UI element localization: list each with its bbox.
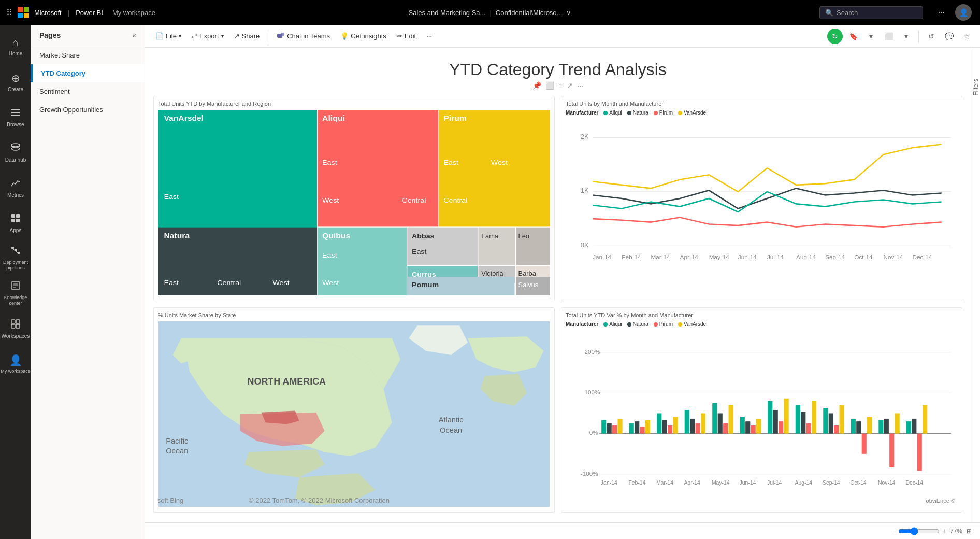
linechart-chart: Total Units by Month and Manufacturer Ma… — [561, 96, 962, 301]
avatar[interactable]: 👤 — [955, 4, 972, 21]
sidebar-item-deployment[interactable]: Deployment pipelines — [0, 240, 31, 276]
star-btn[interactable]: ☆ — [959, 29, 974, 44]
svg-rect-1 — [11, 112, 20, 113]
apps-label: Apps — [10, 228, 22, 233]
sidebar-item-browse[interactable]: Browse — [0, 100, 31, 135]
svg-rect-4 — [11, 214, 15, 218]
sidebar-item-metrics[interactable]: Metrics — [0, 170, 31, 205]
linechart-visual[interactable]: 2K 1K 0K Jan-14 Feb-14 Mar-14 — [566, 118, 958, 293]
barchart-vanarsdel-label: VanArsdel — [684, 321, 707, 327]
fullscreen-btn[interactable]: ⬜ — [881, 29, 896, 44]
svg-text:Abbas: Abbas — [412, 232, 435, 239]
more-toolbar-icon: ··· — [426, 32, 432, 40]
insights-button[interactable]: 💡 Get insights — [336, 30, 391, 42]
barchart-legend-aliqui: Aliqui — [603, 321, 622, 327]
sidebar-item-home[interactable]: ⌂ Home — [0, 29, 31, 64]
zoom-slider[interactable] — [898, 527, 940, 535]
map-visual[interactable]: NORTH AMERICA Pacific Ocean Atlantic Oce… — [158, 321, 550, 507]
pages-title: Pages — [39, 31, 61, 39]
pirum-dot — [654, 111, 658, 115]
pirum-label: Pirum — [659, 110, 673, 116]
svg-rect-117 — [629, 423, 634, 434]
svg-text:Feb-14: Feb-14 — [628, 480, 645, 486]
edit-icon: ✏ — [397, 32, 402, 40]
view-chevron-btn[interactable]: ▾ — [863, 29, 878, 44]
page-item-ytdcategory[interactable]: YTD Category — [31, 64, 145, 82]
barchart-visual[interactable]: 200% 100% 0% -100% — [566, 329, 958, 504]
sidebar-item-knowledge[interactable]: Knowledge center — [0, 276, 31, 311]
svg-rect-149 — [851, 419, 856, 434]
share-label: Share — [242, 32, 260, 40]
svg-rect-132 — [729, 405, 733, 434]
sidebar-item-datahub[interactable]: Data hub — [0, 135, 31, 170]
bottom-bar: － ＋ 77% ⊞ — [145, 522, 980, 539]
sidebar-item-create[interactable]: ⊕ Create — [0, 64, 31, 100]
edit-button[interactable]: ✏ Edit — [393, 30, 420, 42]
search-box[interactable]: 🔍 Search — [819, 6, 923, 19]
myworkspace-label: My workspace — [1, 368, 31, 374]
page-item-growth[interactable]: Growth Opportunities — [31, 101, 145, 119]
svg-rect-158 — [912, 419, 916, 434]
svg-rect-137 — [768, 401, 772, 434]
refresh-button[interactable]: ↻ — [827, 29, 843, 44]
page-marketshare-label: Market Share — [39, 51, 80, 59]
collapse-btn[interactable]: « — [132, 31, 136, 39]
svg-text:West: West — [322, 196, 339, 204]
treemap-title: Total Units YTD by Manufacturer and Regi… — [158, 101, 550, 107]
sidebar-item-myworkspace[interactable]: 👤 My workspace — [0, 346, 31, 381]
expand-icon[interactable]: ⤢ — [567, 81, 573, 90]
ms-logo — [18, 7, 29, 18]
page-item-sentiment[interactable]: Sentiment — [31, 82, 145, 101]
export-button[interactable]: ⇄ Export ▾ — [188, 30, 228, 42]
svg-text:Aug-14: Aug-14 — [795, 480, 812, 486]
bookmark-button[interactable]: 🔖 — [846, 29, 860, 44]
grid-icon[interactable]: ⠿ — [6, 8, 12, 18]
svg-rect-134 — [745, 421, 750, 433]
fullscreen-icon: ⬜ — [884, 32, 893, 40]
confidential-chevron[interactable]: ∨ — [566, 9, 571, 17]
svg-text:2K: 2K — [581, 133, 589, 140]
pin-icon[interactable]: 📌 — [532, 81, 541, 90]
insights-icon: 💡 — [340, 32, 349, 40]
svg-text:Sep-14: Sep-14 — [825, 253, 845, 260]
file-button[interactable]: 📄 File ▾ — [151, 30, 185, 42]
more-options-btn[interactable]: ··· — [938, 8, 945, 17]
svg-text:Nov-14: Nov-14 — [878, 480, 896, 486]
copy-icon[interactable]: ⬜ — [545, 81, 554, 90]
page-growth-label: Growth Opportunities — [39, 106, 103, 114]
filters-label[interactable]: Filters — [972, 79, 979, 96]
chat-teams-label: Chat in Teams — [287, 32, 330, 40]
sidebar-item-apps[interactable]: Apps — [0, 205, 31, 240]
map-chart: % Units Market Share by State — [153, 307, 555, 513]
comment-btn[interactable]: 💬 — [942, 29, 956, 44]
star-icon: ☆ — [963, 32, 970, 40]
filter-visual-icon[interactable]: ≡ — [558, 81, 563, 90]
page-item-marketshare[interactable]: Market Share — [31, 46, 145, 64]
more-toolbar-btn[interactable]: ··· — [422, 30, 436, 42]
svg-text:Apr-14: Apr-14 — [684, 480, 700, 486]
svg-text:© Microsoft Bing: © Microsoft Bing — [158, 497, 183, 504]
reload-btn[interactable]: ↺ — [924, 29, 939, 44]
svg-rect-120 — [645, 420, 650, 434]
zoom-out-btn[interactable]: － — [890, 527, 896, 535]
chat-teams-button[interactable]: Chat in Teams — [272, 29, 334, 44]
svg-rect-126 — [690, 419, 695, 434]
share-button[interactable]: ↗ Share — [230, 30, 264, 42]
svg-text:Atlantic: Atlantic — [439, 416, 464, 424]
knowledge-label: Knowledge center — [0, 295, 31, 306]
svg-rect-148 — [840, 405, 844, 434]
avatar-icon: 👤 — [959, 8, 968, 17]
metrics-icon — [10, 178, 21, 190]
fit-page-btn[interactable]: ⊞ — [967, 528, 972, 535]
svg-rect-5 — [16, 214, 20, 218]
treemap-visual[interactable]: VanArsdel East Central West Aliqui East … — [158, 110, 550, 295]
svg-rect-146 — [829, 413, 833, 433]
zoom-in-btn[interactable]: ＋ — [942, 527, 948, 535]
sidebar-item-workspaces[interactable]: Workspaces — [0, 311, 31, 346]
svg-rect-17 — [11, 320, 15, 323]
report-title-text: Sales and Marketing Sa... — [409, 9, 486, 17]
fullscreen-chevron-btn[interactable]: ▾ — [899, 29, 913, 44]
svg-rect-128 — [701, 413, 705, 433]
options-icon[interactable]: ··· — [577, 81, 583, 90]
svg-text:-100%: -100% — [581, 470, 598, 477]
